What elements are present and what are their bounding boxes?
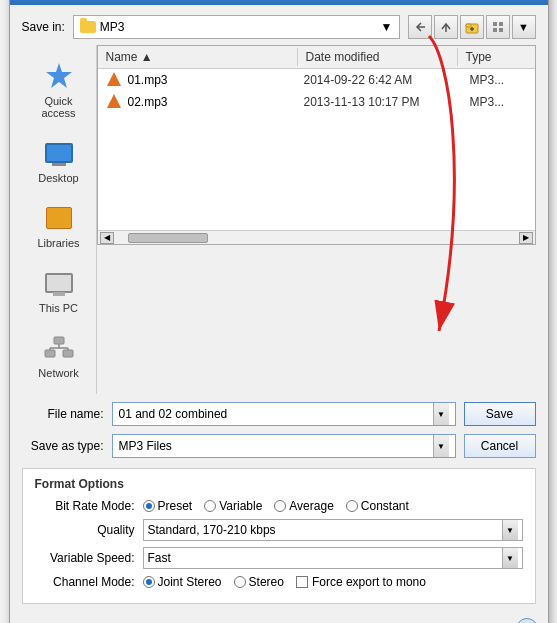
back-button[interactable]: [408, 15, 432, 39]
svg-rect-13: [499, 28, 503, 32]
radio-variable-input[interactable]: [204, 500, 216, 512]
export-audio-window: Export Audio — □ ✕ Save in: MP3 ▼: [9, 0, 549, 623]
save-as-type-row: Save as type: MP3 Files ▼ Cancel: [22, 434, 536, 458]
radio-average-label: Average: [289, 499, 333, 513]
radio-stereo[interactable]: Stereo: [234, 575, 284, 589]
file-name-2: 02.mp3: [128, 95, 298, 109]
sidebar-item-network[interactable]: Network: [22, 325, 96, 386]
bit-rate-label: Bit Rate Mode:: [35, 499, 135, 513]
new-folder-button[interactable]: [460, 15, 484, 39]
save-in-arrow: ▼: [381, 20, 393, 34]
force-export-label: Force export to mono: [312, 575, 426, 589]
column-header-name[interactable]: Name ▲: [98, 48, 298, 66]
desktop-icon: [43, 137, 75, 169]
radio-stereo-input[interactable]: [234, 576, 246, 588]
table-row[interactable]: 02.mp3 2013-11-13 10:17 PM MP3...: [98, 91, 535, 113]
help-button[interactable]: ?: [516, 618, 538, 623]
format-options-title: Format Options: [35, 477, 523, 491]
sidebar-label-this-pc: This PC: [39, 302, 78, 314]
file-name-row: File name: ▼ Save: [22, 402, 536, 426]
file-name-combo[interactable]: ▼: [112, 402, 456, 426]
toolbar-buttons: ▼: [408, 15, 536, 39]
save-in-value: MP3: [100, 20, 125, 34]
save-as-type-label: Save as type:: [22, 439, 104, 453]
views-arrow[interactable]: ▼: [512, 15, 536, 39]
variable-speed-row: Variable Speed: Fast ▼: [35, 547, 523, 569]
save-as-type-value: MP3 Files: [119, 439, 172, 453]
scroll-right-arrow[interactable]: ▶: [519, 232, 533, 244]
svg-marker-14: [46, 63, 72, 88]
network-icon: [43, 332, 75, 364]
dialog-footer: ?: [10, 614, 548, 623]
cancel-button[interactable]: Cancel: [464, 434, 536, 458]
svg-rect-7: [466, 24, 471, 27]
radio-joint-stereo[interactable]: Joint Stereo: [143, 575, 222, 589]
scroll-thumb[interactable]: [128, 233, 208, 243]
bit-rate-row: Bit Rate Mode: Preset Variable Averag: [35, 499, 523, 513]
svg-rect-11: [499, 22, 503, 26]
variable-speed-arrow[interactable]: ▼: [502, 548, 518, 568]
pc-icon: [43, 267, 75, 299]
folder-icon: [80, 21, 96, 33]
audio-file-icon: [106, 94, 122, 110]
save-in-label: Save in:: [22, 20, 65, 34]
radio-average-input[interactable]: [274, 500, 286, 512]
up-button[interactable]: [434, 15, 458, 39]
sidebar-item-quick-access[interactable]: Quick access: [22, 53, 96, 126]
channel-radio-group: Joint Stereo Stereo Force export to mono: [143, 575, 426, 589]
svg-rect-10: [493, 22, 497, 26]
svg-rect-12: [493, 28, 497, 32]
file-list-container: Name ▲ Date modified Type 01.mp3 2014-09…: [97, 45, 536, 245]
save-in-combo[interactable]: MP3 ▼: [73, 15, 400, 39]
horizontal-scrollbar[interactable]: ◀ ▶: [98, 230, 535, 244]
svg-rect-16: [45, 350, 55, 357]
file-name-label: File name:: [22, 407, 104, 421]
variable-speed-combo[interactable]: Fast ▼: [143, 547, 523, 569]
radio-joint-stereo-input[interactable]: [143, 576, 155, 588]
sidebar-label-desktop: Desktop: [38, 172, 78, 184]
save-as-type-combo[interactable]: MP3 Files ▼: [112, 434, 456, 458]
sidebar-item-libraries[interactable]: Libraries: [22, 195, 96, 256]
file-list-scroll[interactable]: 01.mp3 2014-09-22 6:42 AM MP3... 02.mp3 …: [98, 69, 535, 230]
radio-stereo-label: Stereo: [249, 575, 284, 589]
quality-label: Quality: [35, 523, 135, 537]
radio-preset-label: Preset: [158, 499, 193, 513]
radio-constant[interactable]: Constant: [346, 499, 409, 513]
table-row[interactable]: 01.mp3 2014-09-22 6:42 AM MP3...: [98, 69, 535, 91]
quality-combo[interactable]: Standard, 170-210 kbps ▼: [143, 519, 523, 541]
radio-constant-input[interactable]: [346, 500, 358, 512]
sidebar-label-network: Network: [38, 367, 78, 379]
radio-average[interactable]: Average: [274, 499, 333, 513]
quick-access-icon: [43, 60, 75, 92]
channel-mode-row: Channel Mode: Joint Stereo Stereo For: [35, 575, 523, 589]
file-name-1: 01.mp3: [128, 73, 298, 87]
save-as-type-arrow[interactable]: ▼: [433, 435, 449, 457]
file-name-input[interactable]: [119, 407, 433, 421]
save-button[interactable]: Save: [464, 402, 536, 426]
file-date-1: 2014-09-22 6:42 AM: [304, 73, 464, 87]
force-export-checkbox[interactable]: [296, 576, 308, 588]
views-button[interactable]: [486, 15, 510, 39]
libraries-icon: [43, 202, 75, 234]
variable-speed-value: Fast: [148, 551, 171, 565]
save-in-row: Save in: MP3 ▼: [22, 15, 536, 39]
force-export-checkbox-item[interactable]: Force export to mono: [296, 575, 426, 589]
column-header-date[interactable]: Date modified: [298, 48, 458, 66]
radio-variable[interactable]: Variable: [204, 499, 262, 513]
column-header-type[interactable]: Type: [458, 48, 536, 66]
sidebar-item-this-pc[interactable]: This PC: [22, 260, 96, 321]
radio-constant-label: Constant: [361, 499, 409, 513]
scroll-left-arrow[interactable]: ◀: [100, 232, 114, 244]
sidebar-label-quick-access: Quick access: [27, 95, 91, 119]
bit-rate-radio-group: Preset Variable Average Constant: [143, 499, 409, 513]
sidebar-label-libraries: Libraries: [37, 237, 79, 249]
file-list-header: Name ▲ Date modified Type: [98, 46, 535, 69]
quality-value: Standard, 170-210 kbps: [148, 523, 276, 537]
radio-preset[interactable]: Preset: [143, 499, 193, 513]
sidebar-item-desktop[interactable]: Desktop: [22, 130, 96, 191]
file-name-arrow[interactable]: ▼: [433, 403, 449, 425]
quality-arrow[interactable]: ▼: [502, 520, 518, 540]
variable-speed-label: Variable Speed:: [35, 551, 135, 565]
radio-joint-stereo-label: Joint Stereo: [158, 575, 222, 589]
radio-preset-input[interactable]: [143, 500, 155, 512]
